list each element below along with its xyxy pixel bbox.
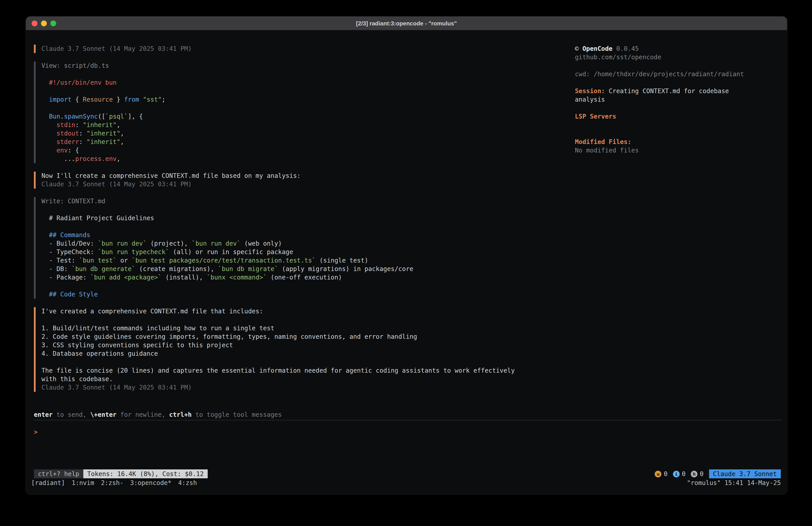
lsp-servers-label: LSP Servers — [575, 112, 784, 121]
text-token: : — [75, 121, 83, 128]
chat-area: Claude 3.7 Sonnet (14 May 2025 03:41 PM)… — [34, 45, 569, 400]
text-token: to toggle tool messages — [192, 411, 282, 418]
input-area: enter to send, \+enter for newline, ctrl… — [34, 411, 782, 437]
text-token — [139, 96, 143, 103]
tmux-window-3[interactable]: 3:opencode* — [130, 479, 171, 486]
text-token: 2. Code style guidelines covering import… — [41, 333, 417, 340]
text-token: Write: CONTEXT.md — [41, 198, 105, 204]
chat-line: import { Resource } from "sst"; — [41, 95, 569, 104]
text-token: (web only) — [241, 240, 282, 247]
text-token — [41, 121, 56, 128]
zoom-button[interactable] — [50, 20, 56, 26]
text-token: (project), — [147, 240, 192, 247]
chat-line — [41, 104, 569, 112]
text-token — [41, 130, 56, 137]
modified-files-label: Modified Files: — [575, 138, 784, 146]
text-token: "inherit" — [86, 130, 120, 137]
text-token: (create migrations), — [135, 265, 218, 272]
close-button[interactable] — [32, 20, 38, 26]
text-token: } — [113, 96, 124, 103]
chat-line: - Build/Dev: `bun run dev` (project), `b… — [41, 239, 569, 248]
app-name: OpenCode — [582, 45, 612, 52]
text-token: stdin — [56, 121, 75, 128]
tmux-status-bar: [radiant]1:nvim2:zsh-3:opencode*4:zsh "r… — [31, 479, 781, 487]
session-info: Session: Creating CONTEXT.md for codebas… — [575, 87, 784, 95]
tmux-host-clock: "romulus" 15:41 14-May-25 — [687, 479, 781, 487]
tmux-windows-list: [radiant]1:nvim2:zsh-3:opencode*4:zsh — [31, 479, 197, 487]
terminal-content: Claude 3.7 Sonnet (14 May 2025 03:41 PM)… — [26, 30, 787, 494]
text-token: - TypeCheck: — [41, 248, 98, 255]
text-token: `bun test packages/core/test/transaction… — [132, 257, 316, 264]
text-token: Bun — [49, 113, 60, 120]
text-token — [41, 96, 49, 103]
text-token: , — [117, 121, 120, 128]
chat-line: 4. Database operations guidance — [41, 350, 569, 358]
chat-line — [41, 87, 569, 95]
text-token: "inherit" — [86, 138, 120, 145]
text-token: ([ — [98, 113, 105, 120]
chat-line: stderr: "inherit", — [41, 138, 569, 146]
input-separator — [34, 420, 782, 420]
desktop: [2/3] radiant:3:opencode - "romulus" Cla… — [0, 0, 812, 526]
minimize-button[interactable] — [41, 20, 47, 26]
info-count: 0 — [682, 470, 686, 478]
chat-line: 2. Code style guidelines covering import… — [41, 332, 569, 341]
chat-line: # Radiant Project Guidelines — [41, 214, 569, 223]
text-token — [41, 113, 49, 120]
text-token: The file is concise (20 lines) and captu… — [41, 367, 515, 374]
tmux-window-2[interactable]: 2:zsh- — [101, 479, 124, 486]
text-token: (install), — [162, 274, 206, 281]
assistant-message-block: Now I'll create a comprehensive CONTEXT.… — [34, 172, 569, 188]
chat-line — [41, 223, 569, 231]
text-token: #!/usr/bin/env bun — [49, 79, 117, 86]
text-token: or — [117, 257, 131, 264]
text-token: `bunx <command>` — [207, 274, 267, 281]
text-token: from — [124, 96, 139, 103]
help-chip[interactable]: ctrl+? help — [34, 469, 83, 478]
chat-line: Bun.spawnSync([`psql`], { — [41, 112, 569, 121]
chat-line: Now I'll create a comprehensive CONTEXT.… — [41, 172, 569, 180]
chat-line — [41, 282, 569, 290]
text-token: enter — [34, 411, 53, 418]
text-token: Now I'll create a comprehensive CONTEXT.… — [41, 172, 301, 179]
prompt-input[interactable]: > — [34, 428, 782, 437]
app-brand: © OpenCode 0.0.45 — [575, 45, 784, 53]
text-token: process.env — [75, 155, 117, 162]
text-token: - Build/Dev: — [41, 240, 98, 247]
text-token: env — [56, 147, 68, 154]
text-token: `bun run dev` — [192, 240, 241, 247]
chat-line — [41, 70, 569, 79]
hints-count: 0 — [700, 470, 704, 478]
text-token: `bun db migrate` — [218, 265, 278, 272]
text-token: \+enter — [90, 411, 117, 418]
chat-line: Claude 3.7 Sonnet (14 May 2025 03:41 PM) — [41, 45, 569, 53]
model-chip[interactable]: Claude 3.7 Sonnet — [709, 469, 781, 478]
chat-line: ...process.env, — [41, 155, 569, 163]
text-token: 3. CSS styling conventions specific to t… — [41, 341, 233, 349]
tool-write-block: Write: CONTEXT.md # Radiant Project Guid… — [34, 197, 569, 299]
chat-line: #!/usr/bin/env bun — [41, 79, 569, 87]
status-bar: ctrl+? help Tokens: 16.4K (8%), Cost: $0… — [34, 469, 781, 478]
prompt-symbol: > — [34, 428, 38, 436]
chat-line: ## Commands — [41, 231, 569, 239]
chat-line: with this codebase. — [41, 375, 569, 383]
text-token: ... — [41, 155, 75, 162]
traffic-lights — [32, 16, 56, 30]
text-token: with this codebase. — [41, 375, 113, 382]
text-token — [41, 79, 49, 86]
text-token: Claude 3.7 Sonnet (14 May 2025 03:41 PM) — [41, 45, 192, 52]
diagnostics: w0i0h0 — [650, 469, 704, 478]
chat-line: stdin: "inherit", — [41, 121, 569, 129]
text-token: `bun test` — [79, 257, 117, 264]
text-token: ## Code Style — [41, 290, 98, 298]
text-token: - Package: — [41, 274, 90, 281]
text-token — [41, 138, 56, 145]
text-token: `bun run dev` — [98, 240, 147, 247]
assistant-summary-block: I've created a comprehensive CONTEXT.md … — [34, 307, 569, 392]
modified-files-empty: No modified files — [575, 146, 784, 155]
text-token: : — [79, 138, 87, 145]
chat-line: ## Code Style — [41, 290, 569, 299]
tmux-window-1[interactable]: 1:nvim — [72, 479, 94, 486]
tmux-window-4[interactable]: 4:zsh — [178, 479, 197, 486]
warnings-icon: w — [655, 471, 662, 478]
